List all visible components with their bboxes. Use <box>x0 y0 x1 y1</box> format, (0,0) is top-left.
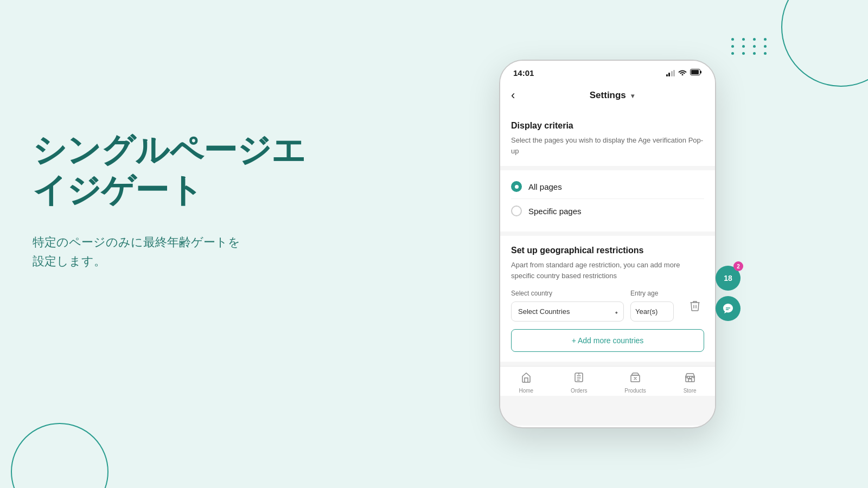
entry-age-label: Entry age <box>630 290 679 297</box>
display-criteria-title: Display criteria <box>511 121 704 131</box>
country-field-label: Select country <box>511 290 624 297</box>
store-label: Store <box>684 388 697 394</box>
delete-country-button[interactable] <box>686 290 704 322</box>
sub-text: 特定のページのみに最終年齢ゲートを 設定します。 <box>33 233 369 271</box>
wifi-icon <box>678 69 687 77</box>
dot-grid <box>731 38 770 55</box>
radio-all-pages-circle[interactable] <box>511 181 522 192</box>
svg-rect-1 <box>691 70 699 74</box>
geo-row: Select country Select Countries ⬥ Entry … <box>511 290 704 322</box>
add-countries-button[interactable]: + Add more countries <box>511 329 704 352</box>
bottom-nav-products[interactable]: Products <box>624 372 646 394</box>
status-icons <box>666 69 703 77</box>
products-label: Products <box>624 388 646 394</box>
main-title: シングルページエ イジゲート <box>33 130 369 211</box>
bottom-nav-store[interactable]: Store <box>684 372 697 394</box>
bg-circle-bottom-left <box>11 423 108 488</box>
radio-specific-pages-label: Specific pages <box>528 207 582 216</box>
bottom-nav: Home Orders <box>500 366 715 396</box>
geo-restrictions-section: Set up geographical restrictions Apart f… <box>500 236 715 362</box>
country-select[interactable]: Select Countries <box>511 301 624 322</box>
entry-age-input[interactable] <box>630 301 674 322</box>
bg-circle-top-right <box>781 0 868 87</box>
radio-all-pages[interactable]: All pages <box>511 175 704 198</box>
status-time: 14:01 <box>513 68 534 78</box>
left-content: シングルページエ イジゲート 特定のページのみに最終年齢ゲートを 設定します。 <box>33 130 369 271</box>
nav-chevron: ▾ <box>631 92 634 100</box>
chat-button[interactable] <box>716 296 741 321</box>
display-criteria-desc: Select the pages you wish to display the… <box>511 135 704 156</box>
geo-restrictions-title: Set up geographical restrictions <box>511 246 704 255</box>
nav-title: Settings ▾ <box>517 90 706 101</box>
phone: 14:01 <box>499 60 716 428</box>
status-bar: 14:01 <box>500 61 715 82</box>
country-select-wrapper: Select Countries ⬥ <box>511 301 624 322</box>
orders-label: Orders <box>571 388 588 394</box>
radio-section: All pages Specific pages <box>500 170 715 232</box>
phone-content: Display criteria Select the pages you wi… <box>500 111 715 426</box>
bottom-nav-home[interactable]: Home <box>519 372 533 394</box>
geo-restrictions-desc: Apart from standard age restriction, you… <box>511 260 704 281</box>
radio-specific-pages[interactable]: Specific pages <box>511 199 704 223</box>
country-field-group: Select country Select Countries ⬥ <box>511 290 624 322</box>
radio-specific-pages-circle[interactable] <box>511 206 522 216</box>
battery-icon <box>690 69 702 77</box>
entry-age-field-group: Entry age <box>630 290 679 322</box>
phone-container: 14:01 <box>499 60 716 428</box>
display-criteria-section: Display criteria Select the pages you wi… <box>500 111 715 166</box>
store-icon <box>685 372 695 386</box>
orders-icon <box>573 372 584 386</box>
notification-badge: 2 <box>733 261 743 271</box>
nav-bar: ‹ Settings ▾ <box>500 82 715 111</box>
home-label: Home <box>519 388 533 394</box>
home-icon <box>521 372 532 386</box>
bottom-nav-orders[interactable]: Orders <box>571 372 588 394</box>
back-button[interactable]: ‹ <box>509 86 517 105</box>
radio-all-pages-label: All pages <box>528 182 562 191</box>
svg-rect-2 <box>700 71 701 74</box>
signal-icon <box>666 70 675 76</box>
products-icon <box>630 372 641 386</box>
